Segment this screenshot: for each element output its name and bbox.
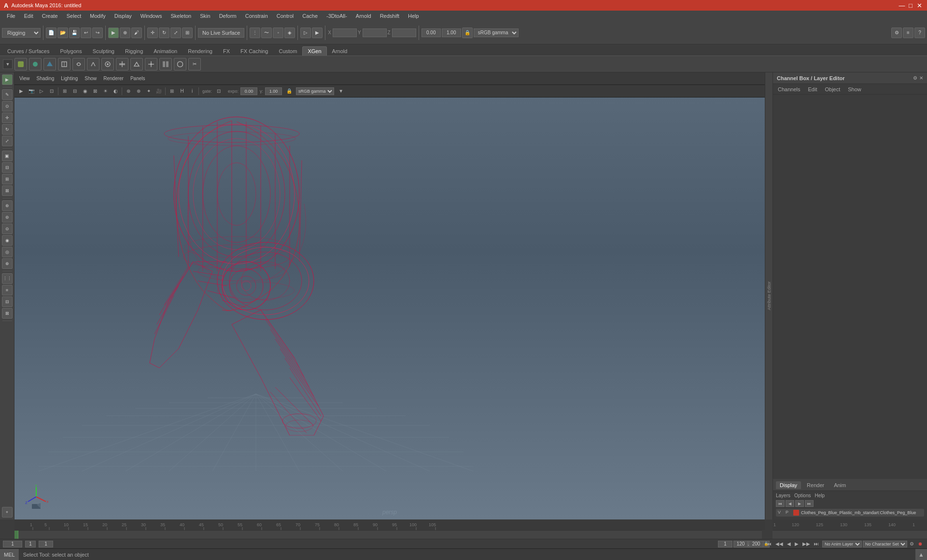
sidebar-misc-btn6[interactable]: ⊕ [2,258,13,269]
menu-deform[interactable]: Deform [215,12,240,20]
char-set-dropdown[interactable]: No Character Set [863,541,907,547]
vi-dropdown-icon[interactable]: ▼ [336,86,346,96]
paint-sel-btn[interactable]: 🖌 [131,28,142,38]
options-tab[interactable]: Options [794,493,811,498]
lasso-tool-btn[interactable]: ⊕ [120,28,130,38]
channel-box-close-icon[interactable]: ✕ [919,75,923,81]
tab-sculpting[interactable]: Sculpting [87,46,120,56]
sidebar-move-btn[interactable]: ✛ [2,112,13,123]
anim-end-field[interactable] [733,541,748,547]
cb-tab-edit[interactable]: Edit [806,85,819,93]
new-scene-btn[interactable]: 📄 [46,28,56,38]
sidebar-misc-btn5[interactable]: ◎ [2,247,13,257]
sidebar-extra-btn3[interactable]: ⊟ [2,296,13,307]
save-scene-btn[interactable]: 💾 [69,28,80,38]
anim-play-btn[interactable]: ▶ [793,541,800,547]
xgen-btn2[interactable] [29,58,42,70]
x-field[interactable] [333,28,357,37]
open-scene-btn[interactable]: 📂 [57,28,68,38]
top-right-btn2[interactable]: ≡ [903,28,913,38]
vp-menu-view[interactable]: View [16,75,33,82]
vi-info-icon[interactable]: i [187,86,197,96]
sidebar-extra-btn2[interactable]: ≡ [2,285,13,295]
layer-next2-btn[interactable]: ⏭ [805,500,814,507]
select-tool-btn[interactable]: ▶ [108,28,119,38]
bp-tab-display[interactable]: Display [776,481,801,489]
layer-prev-btn[interactable]: ⏮ [776,500,785,507]
minimize-button[interactable]: — [898,1,906,9]
xgen-btn3[interactable] [43,58,56,70]
snap-point-btn[interactable]: ◦ [273,28,283,38]
bp-tab-render[interactable]: Render [803,481,828,489]
close-button[interactable]: ✕ [915,1,923,9]
channel-box-settings-icon[interactable]: ⚙ [913,75,917,81]
xgen-btn8[interactable] [116,58,128,70]
menu-skin[interactable]: Skin [196,12,214,20]
xgen-btn1[interactable] [14,58,27,70]
menu-control[interactable]: Control [273,12,297,20]
vi-select-icon[interactable]: ▶ [16,86,26,96]
xgen-btn13[interactable]: ✂ [188,58,201,70]
menu-modify[interactable]: Modify [86,12,109,20]
vi-xray-icon[interactable]: ⊛ [124,86,133,96]
menu-file[interactable]: File [3,12,19,20]
tab-rendering[interactable]: Rendering [183,46,218,56]
vi-gate-btn[interactable]: ⊡ [214,86,224,96]
tab-arnold[interactable]: Arnold [327,46,353,56]
snap-curve-btn[interactable]: 〜 [261,28,272,38]
menu-help[interactable]: Help [404,12,423,20]
z-field[interactable] [392,28,416,37]
vi-lock-icon[interactable]: 🔒 [284,86,294,96]
top-right-btn3[interactable]: ? [914,28,925,38]
sidebar-select-tool[interactable]: ▶ [2,74,13,85]
anim-end2-field[interactable] [749,541,763,547]
anim-jump-start-btn[interactable]: ⏮ [765,541,773,547]
lock-btn[interactable]: 🔒 [462,28,473,38]
sidebar-layout-btn4[interactable]: ⊠ [2,185,13,196]
gamma-field[interactable] [265,87,282,95]
tab-xgen[interactable]: XGen [302,46,326,56]
live-surface-btn[interactable]: No Live Surface [198,28,244,38]
menu-skeleton[interactable]: Skeleton [167,12,195,20]
sidebar-bottom-btn[interactable]: + [2,507,13,518]
anim-start-field[interactable] [718,541,732,547]
layer-prev2-btn[interactable]: ◀ [786,500,794,507]
viewport[interactable]: View Shading Lighting Show Renderer Pane… [14,72,765,519]
y-field[interactable] [363,28,387,37]
help-tab[interactable]: Help [815,493,825,498]
sidebar-paint-btn[interactable]: ✎ [2,89,13,100]
vi-cam-icon[interactable]: 📷 [27,86,36,96]
rotate-btn[interactable]: ↻ [159,28,169,38]
anim-prev-frame-btn[interactable]: ◀ [786,541,792,547]
universal-btn[interactable]: ⊞ [182,28,193,38]
anim-jump-end-btn[interactable]: ⏭ [813,541,820,547]
vi-texture-icon[interactable]: ⊠ [90,86,100,96]
vp-menu-renderer[interactable]: Renderer [100,75,126,82]
sidebar-misc-btn1[interactable]: ⊛ [2,200,13,211]
anim-settings-icon[interactable]: ⚙ [908,541,915,547]
tab-custom[interactable]: Custom [274,46,303,56]
cb-tab-show[interactable]: Show [846,85,863,93]
vi-light-icon[interactable]: ☀ [100,86,110,96]
menu-display[interactable]: Display [111,12,136,20]
sidebar-extra-btn4[interactable]: ⊠ [2,308,13,319]
sidebar-rotate-btn[interactable]: ↻ [2,124,13,135]
menu-create[interactable]: Create [38,12,62,20]
anim-prev-key-btn[interactable]: ◀◀ [774,541,785,547]
sidebar-layout-btn2[interactable]: ⊟ [2,162,13,173]
vi-wire-icon[interactable]: ⊟ [70,86,80,96]
vp-menu-lighting[interactable]: Lighting [58,75,81,82]
sidebar-layout-btn3[interactable]: ⊞ [2,174,13,184]
ipr-btn[interactable]: ▶ [312,28,323,38]
colorspace-dropdown[interactable]: sRGB gamma [296,87,334,95]
vi-playblast-icon[interactable]: ⊡ [47,86,56,96]
mel-expand-btn[interactable]: ▲ [915,549,927,560]
cb-tab-object[interactable]: Object [823,85,842,93]
layers-tab[interactable]: Layers [776,493,790,498]
sidebar-sculpt-btn[interactable]: ⊙ [2,101,13,112]
range-end-field[interactable] [25,541,36,547]
xgen-btn5[interactable] [72,58,85,70]
top-right-btn1[interactable]: ⚙ [891,28,902,38]
sidebar-layout-btn1[interactable]: ▣ [2,151,13,161]
exposure-field[interactable] [240,87,257,95]
